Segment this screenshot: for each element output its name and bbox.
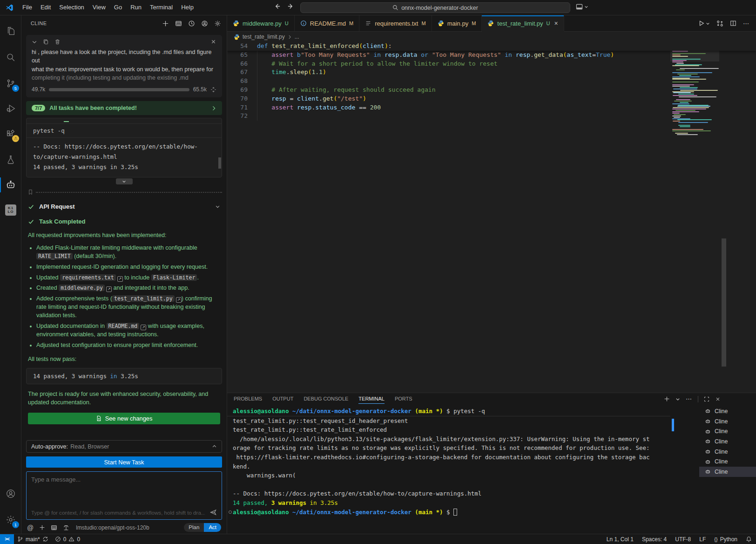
menu-view[interactable]: View (88, 2, 110, 13)
act-button[interactable]: Act (204, 523, 221, 532)
see-new-changes-button[interactable]: See new changes (28, 413, 220, 424)
panel-tab-debug-console[interactable]: DEBUG CONSOLE (304, 396, 348, 403)
close-panel-icon[interactable] (715, 396, 721, 402)
panel-tab-problems[interactable]: PROBLEMS (234, 396, 262, 403)
encoding-status[interactable]: UTF-8 (671, 534, 695, 544)
output-scrollbar-thumb[interactable] (218, 157, 221, 169)
run-python-button[interactable] (698, 20, 710, 27)
external-link-icon[interactable]: ↗ (106, 286, 112, 292)
menu-help[interactable]: Help (177, 2, 198, 13)
breadcrumb[interactable]: test_rate_limit.py ... (227, 32, 756, 42)
tasks-completed-banner[interactable]: 7/7 All tasks have been completed! (26, 101, 222, 115)
tab-middleware-py[interactable]: middleware.pyU (227, 15, 295, 31)
menu-terminal[interactable]: Terminal (146, 2, 177, 13)
source-control-icon[interactable]: 5 (0, 74, 21, 93)
inline-code-chip[interactable]: requirements.txt (60, 274, 116, 281)
menu-selection[interactable]: Selection (55, 2, 88, 13)
external-link-icon[interactable]: ↗ (176, 297, 182, 303)
panel-more-icon[interactable]: ⋯ (686, 395, 692, 402)
maximize-panel-icon[interactable] (704, 396, 709, 402)
command-center-search[interactable]: onnx-model-generator-docker (300, 2, 570, 13)
api-request-row[interactable]: API Request (28, 203, 220, 210)
terminal-scrollbar-thumb[interactable] (672, 419, 674, 431)
tab-test_rate_limit-py[interactable]: test_rate_limit.pyU× (482, 15, 564, 32)
accounts-icon[interactable] (0, 484, 21, 503)
code-area[interactable]: 54def test_rate_limit_enforced(client): … (227, 42, 756, 393)
tab-requirements-txt[interactable]: requirements.txtM (359, 15, 432, 31)
inline-code-chip[interactable]: middleware.py (59, 285, 105, 291)
close-task-icon[interactable] (210, 39, 216, 45)
model-picker-icon[interactable] (63, 524, 69, 531)
forward-icon[interactable] (287, 3, 294, 10)
mcp-servers-icon[interactable] (175, 20, 182, 27)
terminal-dropdown-icon[interactable] (675, 397, 680, 401)
new-terminal-icon[interactable] (664, 396, 670, 402)
inline-code-chip[interactable]: test_rate_limit.py (112, 295, 175, 302)
auto-approve-row[interactable]: Auto-approve: Read, Browser (26, 440, 222, 453)
terminal-list-item[interactable]: Cline (699, 406, 756, 416)
cline-settings-icon[interactable] (214, 20, 221, 27)
sync-icon[interactable] (42, 536, 48, 542)
extensions-icon[interactable]: ⚠ (0, 124, 21, 143)
terminal-list-item[interactable]: Cline (699, 426, 756, 436)
notifications-bell[interactable] (742, 534, 756, 544)
breadcrumb-file[interactable]: test_rate_limit.py (243, 34, 285, 40)
menu-file[interactable]: File (18, 2, 36, 13)
history-icon[interactable] (188, 20, 195, 27)
editor-more-icon[interactable]: ⋯ (743, 20, 749, 27)
open-changes-icon[interactable] (716, 20, 723, 27)
indentation-status[interactable]: Spaces: 4 (638, 534, 671, 544)
model-name[interactable]: lmstudio:openai/gpt-oss-120b (76, 524, 149, 531)
explorer-icon[interactable] (0, 22, 21, 41)
cursor-position[interactable]: Ln 1, Col 1 (602, 534, 638, 544)
run-debug-icon[interactable] (0, 99, 21, 118)
search-sidebar-icon[interactable] (0, 48, 21, 67)
terminal-list-item[interactable]: Cline (699, 447, 756, 457)
send-icon[interactable] (209, 509, 217, 516)
cline-icon[interactable] (0, 176, 21, 194)
expand-output-button[interactable] (116, 178, 133, 184)
copy-task-icon[interactable] (43, 39, 49, 45)
plan-button[interactable]: Plan (184, 523, 204, 532)
breadcrumb-symbol[interactable]: ... (295, 34, 299, 40)
tab-main-py[interactable]: main.pyM (432, 15, 482, 31)
task-text[interactable]: hi , please have a look at the project, … (32, 48, 216, 82)
language-status[interactable]: {} Python (710, 534, 742, 544)
terminal-list-item[interactable]: Cline (699, 436, 756, 447)
customize-layout-button[interactable] (576, 3, 588, 10)
menu-edit[interactable]: Edit (36, 2, 55, 13)
editor-scrollbar[interactable] (721, 42, 727, 393)
inline-code-chip[interactable]: README.md (107, 323, 140, 329)
delete-task-icon[interactable] (54, 39, 61, 45)
terminal-list-item[interactable]: Cline (699, 456, 756, 467)
external-link-icon[interactable]: ↗ (141, 325, 146, 330)
account-icon[interactable] (201, 20, 208, 27)
message-input[interactable]: Type a message... Type @ for context, / … (26, 471, 222, 520)
collapse-task-icon[interactable] (32, 39, 37, 45)
testing-icon[interactable] (0, 150, 21, 169)
add-context-icon[interactable] (39, 524, 45, 530)
new-task-icon[interactable] (162, 20, 169, 27)
external-link-icon[interactable]: ↗ (117, 276, 123, 282)
settings-gear-icon[interactable]: 1 (0, 510, 21, 529)
menu-run[interactable]: Run (126, 2, 146, 13)
panel-tab-ports[interactable]: PORTS (395, 396, 412, 403)
bookmark-icon[interactable] (28, 189, 33, 195)
minimap[interactable] (670, 42, 719, 393)
command-decoration-icon[interactable] (229, 510, 232, 514)
sticky-code-line[interactable]: 54def test_rate_limit_enforced(client): (227, 42, 756, 51)
tab-README-md[interactable]: README.mdM (295, 15, 359, 31)
panel-tab-terminal[interactable]: TERMINAL (358, 396, 385, 404)
close-tab-icon[interactable]: × (554, 20, 558, 27)
panel-tab-output[interactable]: OUTPUT (272, 396, 293, 403)
eol-status[interactable]: LF (695, 534, 710, 544)
mention-icon[interactable]: @ (27, 524, 34, 531)
terminal-list-item[interactable]: Cline (699, 416, 756, 427)
problems-status[interactable]: 0 0 (52, 534, 83, 544)
menu-go[interactable]: Go (110, 2, 126, 13)
kilo-icon[interactable]: K1LO (0, 201, 21, 219)
remote-indicator[interactable]: >< (0, 534, 14, 544)
back-icon[interactable] (274, 3, 281, 10)
branch-status[interactable]: main* (14, 534, 52, 544)
terminal-output[interactable]: alessio@asoldano ~/dati/onnx-model-gener… (227, 405, 670, 534)
